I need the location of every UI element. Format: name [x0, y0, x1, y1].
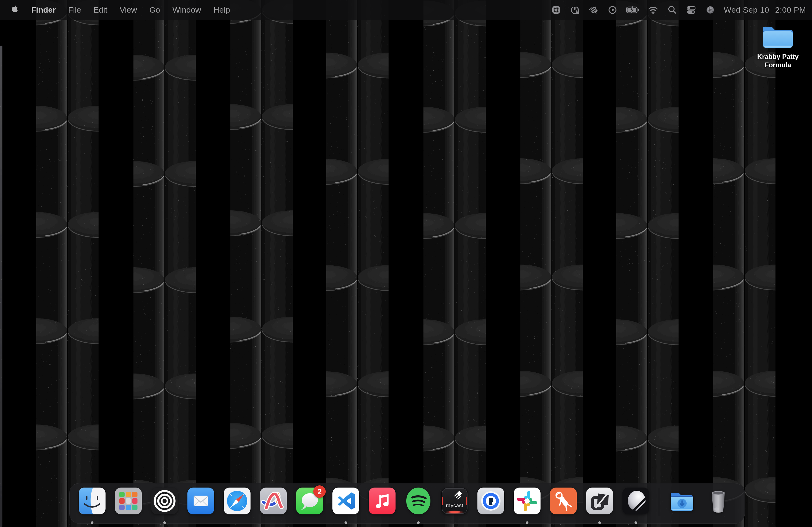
wifi-icon[interactable]	[648, 4, 659, 15]
hatched-stamp-icon[interactable]	[588, 4, 599, 15]
keyboard-brightness-icon[interactable]	[551, 4, 562, 15]
wallpaper-cylinders	[0, 0, 812, 527]
dock-item-vscode[interactable]	[332, 487, 359, 514]
running-indicator	[91, 521, 93, 524]
onepassword-keyhole-icon	[477, 487, 504, 514]
menubar-clock[interactable]: Wed Sep 10 2:00 PM	[724, 5, 808, 15]
spotify-icon	[405, 487, 432, 514]
raycast-icon	[441, 487, 468, 514]
menu-help[interactable]: Help	[214, 5, 230, 15]
running-indicator	[345, 521, 347, 524]
desktop-icon-label: Krabby Patty Formula	[752, 52, 803, 69]
running-indicator	[635, 521, 637, 524]
striped-sphere-icon	[622, 487, 649, 514]
desktop-icon-krabby-patty-formula[interactable]: Krabby Patty Formula	[752, 23, 803, 69]
dock-item-sphere[interactable]	[622, 487, 649, 514]
dock-item-mail[interactable]	[187, 487, 214, 514]
dock-item-raycast[interactable]: raycast	[441, 487, 468, 514]
power-lock-icon[interactable]	[569, 4, 580, 15]
music-note-icon	[369, 487, 395, 514]
folder-icon	[762, 23, 794, 50]
menu-bar-status-area: Wed Sep 10 2:00 PM	[551, 4, 808, 15]
menubar-date: Wed Sep 10	[724, 5, 769, 15]
menu-window[interactable]: Window	[172, 5, 201, 15]
dock-item-downloads[interactable]	[669, 487, 695, 514]
dock-item-slack[interactable]	[514, 487, 540, 514]
menu-view[interactable]: View	[120, 5, 137, 15]
notification-badge: 2	[313, 485, 326, 498]
menubar-time: 2:00 PM	[775, 5, 806, 15]
dock-item-postman[interactable]	[550, 487, 577, 514]
spotlight-search-icon[interactable]	[667, 4, 678, 15]
dock-item-onepassword[interactable]	[477, 487, 504, 514]
downloads-folder-icon	[669, 487, 695, 514]
control-center-icon[interactable]	[685, 4, 697, 15]
menu-bar-left: Finder File Edit View Go Window Help	[10, 5, 230, 15]
menu-file[interactable]: File	[68, 5, 81, 15]
mail-envelope-icon	[187, 487, 214, 514]
running-indicator	[598, 521, 601, 524]
finder-face-icon	[79, 487, 105, 514]
postman-astronaut-icon	[550, 487, 577, 514]
running-indicator	[526, 521, 528, 524]
dock-item-music[interactable]	[369, 487, 395, 514]
dock-item-arc[interactable]	[260, 487, 287, 514]
dock-item-messages[interactable]: 2	[296, 487, 323, 514]
overlapping-frames-icon	[586, 487, 613, 514]
slack-pinwheel-icon	[514, 487, 540, 514]
play-circle-icon[interactable]	[607, 4, 618, 15]
dock-item-safari[interactable]	[224, 487, 250, 514]
dock-item-frames[interactable]	[586, 487, 613, 514]
launchpad-grid-icon	[115, 487, 142, 514]
menu-edit[interactable]: Edit	[93, 5, 107, 15]
apple-logo-icon	[10, 5, 18, 15]
running-indicator	[417, 521, 420, 524]
dock-item-bullseye[interactable]	[151, 487, 178, 514]
dock-item-spotify[interactable]	[405, 487, 432, 514]
vscode-icon	[332, 487, 359, 514]
dock-item-trash[interactable]	[705, 487, 732, 514]
safari-compass-icon	[224, 487, 250, 514]
bullseye-rings-icon	[151, 487, 178, 514]
dock-divider	[659, 488, 659, 516]
raycast-wordmark: raycast	[441, 502, 468, 509]
running-indicator	[163, 521, 166, 524]
menu-go[interactable]: Go	[149, 5, 160, 15]
dock-item-launchpad[interactable]	[115, 487, 142, 514]
textured-sphere-icon[interactable]	[705, 4, 715, 15]
dock-item-finder[interactable]	[79, 487, 105, 514]
menu-bar: Finder File Edit View Go Window Help	[0, 0, 812, 20]
menu-app-name[interactable]: Finder	[31, 5, 56, 15]
apple-menu[interactable]	[10, 5, 18, 15]
battery-charging-icon[interactable]	[626, 4, 639, 15]
dock: 2 raycast	[69, 483, 745, 524]
arc-letter-a-icon	[260, 487, 287, 514]
trash-can-icon	[705, 487, 732, 514]
